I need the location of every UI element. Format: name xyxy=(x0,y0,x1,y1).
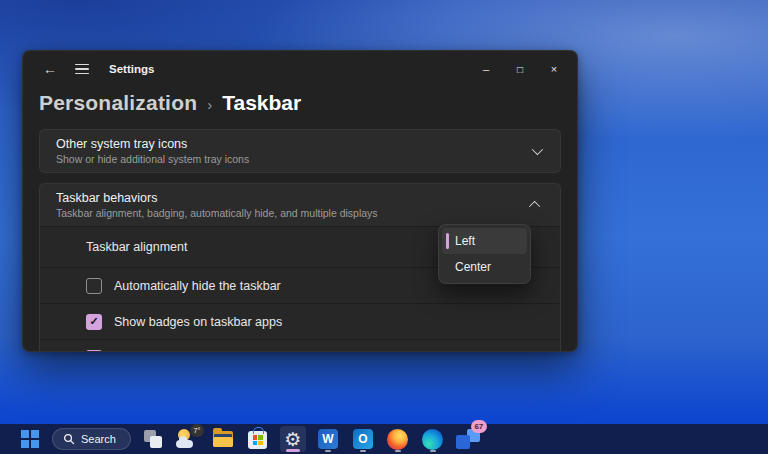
breadcrumb: Personalization › Taskbar xyxy=(23,87,577,115)
running-indicator xyxy=(395,450,401,453)
show-badges-row: ✓ Show badges on taskbar apps xyxy=(40,303,560,339)
running-indicator xyxy=(325,450,331,453)
show-badges-label: Show badges on taskbar apps xyxy=(114,315,282,329)
firefox-button[interactable] xyxy=(385,426,411,452)
dropdown-option-center[interactable]: Center xyxy=(442,254,527,280)
active-app-indicator xyxy=(286,449,300,452)
microsoft-store-icon xyxy=(248,431,267,449)
show-flashing-row: ✓ Show flashing on taskbar apps xyxy=(40,339,560,352)
weather-temp-badge: 7° xyxy=(190,424,204,437)
show-flashing-checkbox[interactable]: ✓ xyxy=(86,350,102,353)
settings-taskbar-button[interactable]: ⚙ xyxy=(280,426,306,452)
file-explorer-button[interactable] xyxy=(210,426,236,452)
show-flashing-label: Show flashing on taskbar apps xyxy=(114,351,284,353)
chevron-down-icon xyxy=(532,144,543,155)
file-explorer-icon xyxy=(213,431,233,447)
settings-gear-icon: ⚙ xyxy=(284,430,301,449)
breadcrumb-separator: › xyxy=(207,96,212,113)
behaviors-subtitle: Taskbar alignment, badging, automaticall… xyxy=(56,207,532,219)
titlebar: ← Settings – □ × xyxy=(23,51,577,87)
start-button[interactable] xyxy=(17,426,43,452)
settings-window: ← Settings – □ × Personalization › Taskb… xyxy=(22,50,578,352)
window-controls: – □ × xyxy=(469,51,571,87)
search-icon xyxy=(63,433,75,445)
weather-widget-button[interactable]: 7° xyxy=(175,426,201,452)
weather-icon: 7° xyxy=(175,428,201,450)
tray-card-title: Other system tray icons xyxy=(56,137,532,151)
close-button[interactable]: × xyxy=(537,54,571,84)
maximize-button[interactable]: □ xyxy=(503,54,537,84)
search-label: Search xyxy=(81,433,116,445)
tray-icons-card[interactable]: Other system tray icons Show or hide add… xyxy=(39,129,561,173)
desktop-wallpaper: ← Settings – □ × Personalization › Taskb… xyxy=(0,0,768,454)
outlook-icon: O xyxy=(353,429,373,449)
app-title: Settings xyxy=(109,63,154,75)
breadcrumb-personalization[interactable]: Personalization xyxy=(39,91,197,115)
running-indicator xyxy=(360,450,366,453)
word-button[interactable]: W xyxy=(315,426,341,452)
task-view-button[interactable] xyxy=(140,426,166,452)
teams-button[interactable]: 67 xyxy=(455,426,481,452)
hamburger-icon xyxy=(75,64,89,66)
behaviors-header[interactable]: Taskbar behaviors Taskbar alignment, bad… xyxy=(40,184,560,226)
auto-hide-label: Automatically hide the taskbar xyxy=(114,279,281,293)
word-icon: W xyxy=(318,429,338,449)
task-view-icon xyxy=(144,430,162,448)
show-badges-checkbox[interactable]: ✓ xyxy=(86,314,102,330)
menu-button[interactable] xyxy=(69,56,95,82)
teams-notification-badge: 67 xyxy=(471,420,487,433)
tray-card-subtitle: Show or hide additional system tray icon… xyxy=(56,153,532,165)
edge-icon xyxy=(422,429,443,450)
taskbar: Search 7° ⚙ W xyxy=(0,424,768,454)
auto-hide-checkbox[interactable] xyxy=(86,278,102,294)
behaviors-title: Taskbar behaviors xyxy=(56,191,532,205)
microsoft-store-button[interactable] xyxy=(245,426,271,452)
edge-button[interactable] xyxy=(420,426,446,452)
minimize-button[interactable]: – xyxy=(469,54,503,84)
outlook-button[interactable]: O xyxy=(350,426,376,452)
alignment-dropdown-flyout: Left Center xyxy=(438,224,531,284)
dropdown-option-left[interactable]: Left xyxy=(442,228,527,254)
taskbar-alignment-label: Taskbar alignment xyxy=(86,240,187,254)
firefox-icon xyxy=(387,429,408,450)
page-title: Taskbar xyxy=(222,91,301,115)
running-indicator xyxy=(430,450,436,453)
back-button[interactable]: ← xyxy=(37,56,63,82)
search-box[interactable]: Search xyxy=(52,428,131,450)
back-arrow-icon: ← xyxy=(43,61,57,77)
selection-accent-bar xyxy=(446,233,449,249)
windows-logo-icon xyxy=(21,430,39,448)
